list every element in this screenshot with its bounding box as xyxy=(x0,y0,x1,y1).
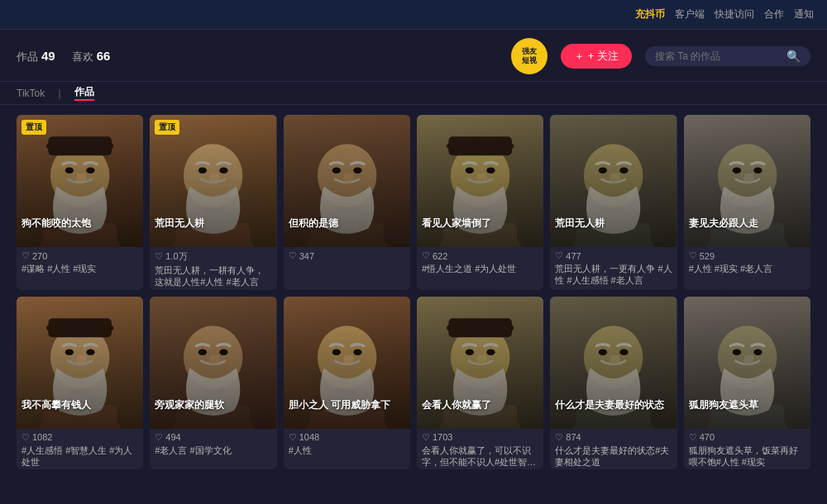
likes-stat: 喜欢 66 xyxy=(72,49,111,64)
like-count: ♡ 529 xyxy=(689,250,805,261)
like-number: 270 xyxy=(32,251,47,261)
top-nav: 充抖币 客户端 快捷访问 合作 通知 xyxy=(0,0,827,30)
card-description: #老人言 #国学文化 xyxy=(155,445,271,456)
card-item[interactable]: 狐朋狗友遮头草 ♡ 470 狐朋狗友遮头草，饭菜再好喂不饱#人性 #现实 xyxy=(684,297,810,470)
card-item[interactable]: 会看人你就赢了 ♡ 1703 会看人你就赢了，可以不识字，但不能不识人#处世智… xyxy=(417,297,543,470)
works-count: 49 xyxy=(41,49,55,63)
tab-works[interactable]: 作品 xyxy=(74,85,94,101)
follow-label: + 关注 xyxy=(588,49,619,64)
like-count: ♡ 270 xyxy=(22,250,138,261)
card-footer: ♡ 270 #谋略 #人性 #现实 xyxy=(17,247,143,276)
card-footer: ♡ 1082 #人生感悟 #智慧人生 #为人处世 xyxy=(17,429,143,470)
card-overlay-text: 我不高攀有钱人 xyxy=(22,398,138,412)
card-footer: ♡ 529 #人性 #现实 #老人言 xyxy=(684,247,810,276)
like-count: ♡ 1.0万 xyxy=(155,250,271,263)
like-count: ♡ 1082 xyxy=(22,432,138,443)
nav-partner[interactable]: 合作 xyxy=(764,7,784,21)
card-description: #悟人生之道 #为人处世 xyxy=(422,263,538,274)
card-overlay-text: 胆小之人 可用威胁拿下 xyxy=(289,398,405,412)
card-footer: ♡ 477 荒田无人耕，一更有人争 #人性 #人生感悟 #老人言 xyxy=(550,247,676,288)
card-item[interactable]: 我不高攀有钱人 ♡ 1082 #人生感悟 #智慧人生 #为人处世 xyxy=(17,297,143,470)
card-image: 胆小之人 可用威胁拿下 xyxy=(284,297,410,429)
card-item[interactable]: 置顶 荒田无人耕 ♡ 1.0万 荒田无人耕，一耕有人争，这就是人性#人性 #老人… xyxy=(150,115,276,290)
heart-icon: ♡ xyxy=(422,432,430,443)
avatar: 强友短视 xyxy=(511,38,547,74)
profile-header: 作品 49 喜欢 66 强友短视 ＋ + 关注 🔍 xyxy=(0,30,827,82)
card-description: 荒田无人耕，一耕有人争，这就是人性#人性 #老人言 xyxy=(155,264,271,288)
like-count: ♡ 470 xyxy=(689,432,805,443)
search-input[interactable] xyxy=(655,50,782,62)
card-overlay-text: 会看人你就赢了 xyxy=(422,398,538,412)
card-description: 会看人你就赢了，可以不识字，但不能不识人#处世智… xyxy=(422,445,538,468)
card-item[interactable]: 胆小之人 可用威胁拿下 ♡ 1048 #人性 xyxy=(284,297,410,470)
heart-icon: ♡ xyxy=(555,432,563,443)
card-image: 看见人家墙倒了 xyxy=(417,115,543,247)
card-overlay-text: 看见人家墙倒了 xyxy=(422,216,538,231)
like-number: 470 xyxy=(700,432,715,442)
nav-recharge[interactable]: 充抖币 xyxy=(635,7,665,21)
card-overlay-text: 荒田无人耕 xyxy=(555,216,672,231)
like-count: ♡ 622 xyxy=(422,250,538,261)
nav-client[interactable]: 客户端 xyxy=(675,7,705,21)
card-overlay-text: 但积的是德 xyxy=(289,216,405,231)
heart-icon: ♡ xyxy=(155,251,163,262)
card-overlay-text: 什么才是夫妻最好的状态 xyxy=(555,398,672,412)
like-number: 529 xyxy=(700,251,715,261)
like-count: ♡ 1048 xyxy=(289,432,405,443)
heart-icon: ♡ xyxy=(555,250,563,261)
card-description: 狐朋狗友遮头草，饭菜再好喂不饱#人性 #现实 xyxy=(689,445,805,468)
card-image: 置顶 荒田无人耕 xyxy=(150,115,276,247)
works-stat: 作品 49 xyxy=(17,49,55,64)
like-number: 347 xyxy=(299,251,314,261)
like-number: 874 xyxy=(566,432,581,442)
heart-icon: ♡ xyxy=(22,250,30,261)
like-count: ♡ 347 xyxy=(289,250,405,261)
cards-grid: 置顶 狗不能咬的太饱 ♡ 270 #谋略 #人性 #现实 xyxy=(0,105,827,479)
nav-quick-access[interactable]: 快捷访问 xyxy=(715,7,754,21)
card-item[interactable]: 荒田无人耕 ♡ 477 荒田无人耕，一更有人争 #人性 #人生感悟 #老人言 xyxy=(550,115,676,290)
plus-icon: ＋ xyxy=(574,49,585,64)
like-number: 1.0万 xyxy=(165,250,187,263)
heart-icon: ♡ xyxy=(689,250,697,261)
works-label: 作品 xyxy=(17,50,38,64)
card-footer: ♡ 1703 会看人你就赢了，可以不识字，但不能不识人#处世智… xyxy=(417,429,543,470)
card-item[interactable]: 什么才是夫妻最好的状态 ♡ 874 什么才是夫妻最好的状态#夫妻相处之道 xyxy=(550,297,676,470)
like-number: 1082 xyxy=(32,432,52,442)
card-footer: ♡ 347 xyxy=(284,247,410,264)
card-item[interactable]: 妻见夫必跟人走 ♡ 529 #人性 #现实 #老人言 xyxy=(684,115,810,290)
like-count: ♡ 1703 xyxy=(422,432,538,443)
heart-icon: ♡ xyxy=(289,432,297,443)
tiktok-label: TikTok xyxy=(17,88,45,99)
card-footer: ♡ 1048 #人性 xyxy=(284,429,410,458)
card-image: 但积的是德 xyxy=(284,115,410,247)
like-number: 477 xyxy=(566,251,581,261)
card-item[interactable]: 旁观家家的腿软 ♡ 494 #老人言 #国学文化 xyxy=(150,297,276,470)
follow-button[interactable]: ＋ + 关注 xyxy=(561,44,632,69)
card-footer: ♡ 470 狐朋狗友遮头草，饭菜再好喂不饱#人性 #现实 xyxy=(684,429,810,470)
search-icon: 🔍 xyxy=(786,50,801,63)
card-footer: ♡ 1.0万 荒田无人耕，一耕有人争，这就是人性#人性 #老人言 xyxy=(150,247,276,290)
card-overlay-text: 旁观家家的腿软 xyxy=(155,398,271,412)
heart-icon: ♡ xyxy=(422,250,430,261)
card-overlay-text: 妻见夫必跟人走 xyxy=(689,216,805,231)
card-footer: ♡ 874 什么才是夫妻最好的状态#夫妻相处之道 xyxy=(550,429,676,470)
like-number: 622 xyxy=(433,251,447,261)
card-item[interactable]: 但积的是德 ♡ 347 xyxy=(284,115,410,290)
heart-icon: ♡ xyxy=(155,432,163,443)
nav-notify[interactable]: 通知 xyxy=(794,7,814,21)
card-image: 妻见夫必跟人走 xyxy=(684,115,810,247)
card-description: #谋略 #人性 #现实 xyxy=(22,263,138,274)
card-overlay-text: 狐朋狗友遮头草 xyxy=(689,398,805,412)
card-image: 我不高攀有钱人 xyxy=(17,297,143,429)
card-overlay-text: 荒田无人耕 xyxy=(155,216,271,231)
search-bar[interactable]: 🔍 xyxy=(645,46,810,66)
heart-icon: ♡ xyxy=(289,250,297,261)
like-count: ♡ 494 xyxy=(155,432,271,443)
card-item[interactable]: 置顶 狗不能咬的太饱 ♡ 270 #谋略 #人性 #现实 xyxy=(17,115,143,290)
card-item[interactable]: 看见人家墙倒了 ♡ 622 #悟人生之道 #为人处世 xyxy=(417,115,543,290)
card-image: 旁观家家的腿软 xyxy=(150,297,276,429)
like-number: 1048 xyxy=(299,432,319,442)
like-number: 1703 xyxy=(433,432,452,442)
like-count: ♡ 874 xyxy=(555,432,672,443)
pinned-badge: 置顶 xyxy=(22,120,46,135)
